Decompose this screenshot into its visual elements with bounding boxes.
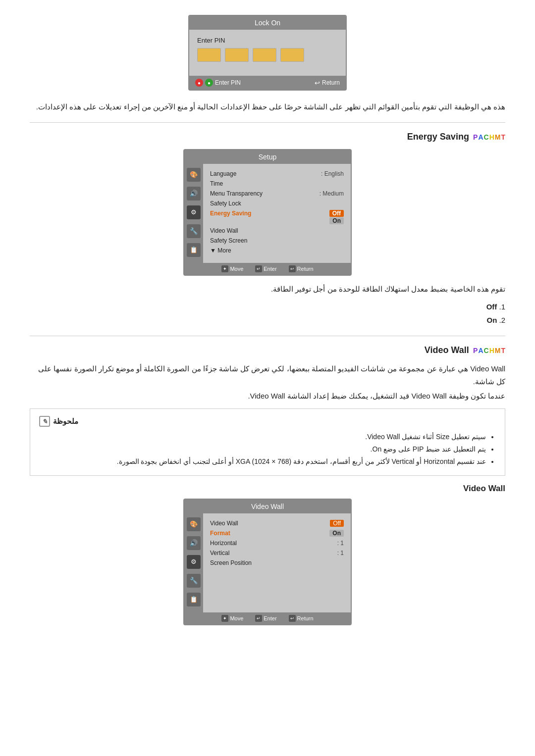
vw-badge-p: P bbox=[473, 347, 478, 354]
sidebar-icon-5: 📋 bbox=[187, 243, 201, 257]
vw-vertical-value: : 1 bbox=[337, 550, 344, 556]
footer-move-label: Move bbox=[230, 266, 243, 272]
more-label: ▼ More bbox=[210, 247, 231, 254]
energy-label: Energy Saving bbox=[210, 210, 251, 224]
vw-dialog: Video Wall 🎨 🔊 ⚙ 🔧 📋 Video Wall Off bbox=[183, 499, 352, 625]
footer-move: ✦ Move bbox=[221, 265, 243, 272]
return-icon: ↩ bbox=[315, 79, 320, 87]
vw-dialog-container: Video Wall 🎨 🔊 ⚙ 🔧 📋 Video Wall Off bbox=[30, 499, 505, 625]
setup-dialog-footer: ✦ Move ↵ Enter ↩ Return bbox=[184, 263, 351, 275]
energy-option-off: Off .1 bbox=[30, 300, 505, 313]
pin-box-1[interactable] bbox=[197, 48, 221, 62]
note-title: ملحوظة bbox=[53, 417, 78, 426]
vw-sidebar-icon-1: 🎨 bbox=[187, 517, 201, 531]
setup-row-transparency: Menu Transparency : Medium bbox=[210, 189, 344, 199]
videowall-label: Video Wall bbox=[210, 227, 238, 234]
vw-videowall-label: Video Wall bbox=[210, 520, 238, 527]
vw-row-horizontal: Horizontal : 1 bbox=[210, 538, 344, 548]
vw-sidebar-icon-2: 🔊 bbox=[187, 536, 201, 550]
video-wall-title: Video Wall bbox=[425, 345, 469, 355]
energy-option-on: On .2 bbox=[30, 313, 505, 327]
vw-dialog-footer: ✦ Move ↵ Enter ↩ Return bbox=[184, 612, 351, 624]
sidebar-icon-2: 🔊 bbox=[187, 187, 201, 201]
vw-format-label: Format bbox=[210, 530, 230, 537]
language-label: Language bbox=[210, 170, 236, 177]
vw-footer-return: ↩ Return bbox=[289, 615, 314, 622]
transparency-label: Menu Transparency bbox=[210, 190, 263, 197]
vw-footer-enter-label: Enter bbox=[264, 615, 276, 621]
setup-row-language: Language : English bbox=[210, 169, 344, 179]
energy-saving-options-list: Off .1 On .2 bbox=[30, 300, 505, 327]
energy-off-value: Off bbox=[329, 210, 344, 217]
vw-footer-return-label: Return bbox=[297, 615, 314, 621]
badge-h: H bbox=[489, 133, 494, 141]
setup-row-videowall: Video Wall bbox=[210, 226, 344, 236]
vw-row-format: Format On bbox=[210, 528, 344, 538]
note-item-2: يتم التعطيل عند ضبط PIP على وضع On. bbox=[39, 443, 486, 455]
tmhcap-badge-vw: TMHCAP bbox=[473, 347, 505, 354]
video-wall-desc2: عندما تكون وظيفة Video Wall قيد التشغيل،… bbox=[30, 392, 505, 401]
vw-vertical-label: Vertical bbox=[210, 550, 229, 556]
lock-footer-enter-btn[interactable]: ● ● Enter PIN bbox=[195, 79, 241, 87]
lock-footer-return-btn[interactable]: ↩ Return bbox=[315, 79, 340, 87]
lock-footer-return-label: Return bbox=[322, 79, 340, 86]
transparency-value: : Medium bbox=[320, 190, 344, 197]
lock-dialog-container: Lock On Enter PIN ● ● Enter PIN ↩ bbox=[30, 15, 505, 91]
safety-screen-label: Safety Screen bbox=[210, 237, 247, 244]
badge-t: T bbox=[501, 133, 505, 141]
badge-a: A bbox=[478, 133, 483, 141]
badge-c: C bbox=[484, 133, 489, 141]
sidebar-icon-4: 🔧 bbox=[187, 224, 201, 238]
lock-dialog-footer: ● ● Enter PIN ↩ Return bbox=[189, 76, 346, 90]
tmhcap-badge-energy: TMHCAP bbox=[473, 133, 505, 141]
setup-dialog-content: Language : English Time Menu Transparenc… bbox=[203, 164, 351, 260]
video-wall-sub-title: Video Wall bbox=[30, 484, 505, 494]
badge-m: M bbox=[495, 133, 501, 141]
setup-dialog-container: Setup 🎨 🔊 ⚙ 🔧 📋 Language : English Time bbox=[30, 149, 505, 276]
language-value: : English bbox=[321, 170, 344, 177]
vw-footer-move: ✦ Move bbox=[221, 615, 243, 622]
setup-row-time: Time bbox=[210, 179, 344, 189]
energy-on-value: On bbox=[329, 217, 344, 224]
green-circle-icon: ● bbox=[205, 79, 213, 87]
vw-off-value: Off bbox=[330, 520, 344, 527]
vw-return-icon: ↩ bbox=[289, 615, 296, 622]
energy-values: Off On bbox=[329, 210, 344, 224]
time-label: Time bbox=[210, 180, 223, 187]
vw-horizontal-label: Horizontal bbox=[210, 540, 237, 547]
footer-return: ↩ Return bbox=[289, 265, 314, 272]
note-box: ملحوظة ✎ سيتم تعطيل Size أثناء تشغيل Vid… bbox=[30, 408, 505, 476]
energy-saving-heading: TMHCAP Energy Saving bbox=[30, 132, 505, 142]
pin-box-3[interactable] bbox=[253, 48, 276, 62]
vw-dialog-title: Video Wall bbox=[184, 500, 351, 513]
video-wall-desc1: Video Wall هي عبارة عن مجموعة من شاشات ا… bbox=[30, 362, 505, 388]
vw-badge-c: C bbox=[484, 347, 489, 354]
note-item-1: سيتم تعطيل Size أثناء تشغيل Video Wall. bbox=[39, 431, 486, 443]
vw-videowall-values: Off bbox=[330, 520, 344, 527]
enter-icon: ↵ bbox=[255, 265, 262, 272]
pin-box-4[interactable] bbox=[280, 48, 304, 62]
return-icon: ↩ bbox=[289, 265, 296, 272]
enter-pin-label: Enter PIN bbox=[197, 37, 338, 44]
vw-enter-icon: ↵ bbox=[255, 615, 262, 622]
pin-boxes bbox=[197, 48, 338, 62]
note-item-3: عند تقسيم Horizontal أو Vertical لأكثر م… bbox=[39, 455, 486, 468]
vw-badge-t: T bbox=[501, 347, 505, 354]
lock-dialog: Lock On Enter PIN ● ● Enter PIN ↩ bbox=[188, 15, 347, 91]
vw-row-vertical: Vertical : 1 bbox=[210, 548, 344, 558]
vw-row-videowall: Video Wall Off bbox=[210, 518, 344, 528]
lock-dialog-title: Lock On bbox=[189, 16, 346, 30]
footer-enter-label: Enter bbox=[264, 266, 276, 272]
setup-row-energy: Energy Saving Off On bbox=[210, 208, 344, 226]
vw-sidebar-icon-3: ⚙ bbox=[187, 555, 201, 569]
vw-dialog-content: Video Wall Off Format On Horizontal : 1 bbox=[203, 513, 351, 573]
move-icon: ✦ bbox=[221, 265, 228, 272]
note-header: ملحوظة ✎ bbox=[39, 416, 496, 427]
vw-on-value: On bbox=[329, 530, 344, 537]
energy-saving-description: تقوم هذه الخاصية بضبط معدل استهلاك الطاق… bbox=[30, 283, 505, 296]
setup-row-safety-lock: Safety Lock bbox=[210, 199, 344, 208]
vw-sidebar: 🎨 🔊 ⚙ 🔧 📋 bbox=[184, 513, 203, 612]
red-circle-icon: ● bbox=[195, 79, 203, 87]
setup-sidebar: 🎨 🔊 ⚙ 🔧 📋 bbox=[184, 164, 203, 263]
pin-box-2[interactable] bbox=[225, 48, 249, 62]
